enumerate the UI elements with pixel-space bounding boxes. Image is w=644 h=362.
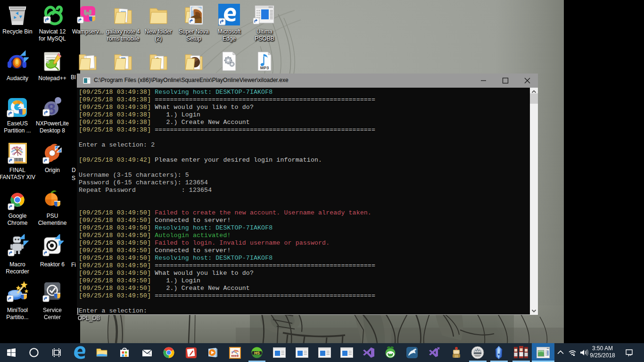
svg-text:MP3: MP3 (260, 66, 269, 70)
svg-text:HS: HS (254, 351, 260, 355)
